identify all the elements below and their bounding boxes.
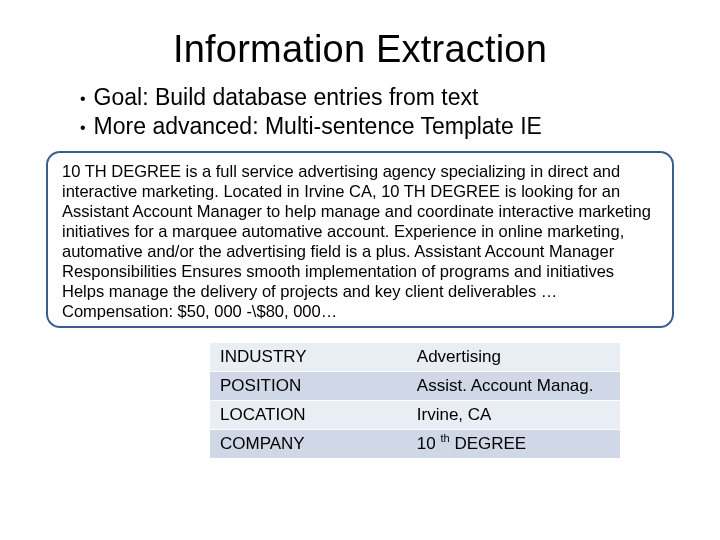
table-key: INDUSTRY xyxy=(210,342,407,371)
table-row: POSITION Assist. Account Manag. xyxy=(210,371,620,400)
table-key: COMPANY xyxy=(210,429,407,458)
bullet-list: • Goal: Build database entries from text… xyxy=(80,83,680,141)
table-value: Irvine, CA xyxy=(407,400,620,429)
example-text-box: 10 TH DEGREE is a full service advertisi… xyxy=(46,151,674,328)
table-row: LOCATION Irvine, CA xyxy=(210,400,620,429)
bullet-dot-icon: • xyxy=(80,89,86,109)
table-value: 10 th DEGREE xyxy=(407,429,620,458)
bullet-text: More advanced: Multi-sentence Template I… xyxy=(94,112,542,141)
table-row: COMPANY 10 th DEGREE xyxy=(210,429,620,458)
table-row: INDUSTRY Advertising xyxy=(210,342,620,371)
bullet-item: • Goal: Build database entries from text xyxy=(80,83,680,112)
bullet-dot-icon: • xyxy=(80,118,86,138)
table-value: Assist. Account Manag. xyxy=(407,371,620,400)
extraction-table: INDUSTRY Advertising POSITION Assist. Ac… xyxy=(210,342,620,459)
bullet-text: Goal: Build database entries from text xyxy=(94,83,479,112)
slide-title: Information Extraction xyxy=(40,28,680,71)
bullet-item: • More advanced: Multi-sentence Template… xyxy=(80,112,680,141)
table-value: Advertising xyxy=(407,342,620,371)
table-key: POSITION xyxy=(210,371,407,400)
table-key: LOCATION xyxy=(210,400,407,429)
